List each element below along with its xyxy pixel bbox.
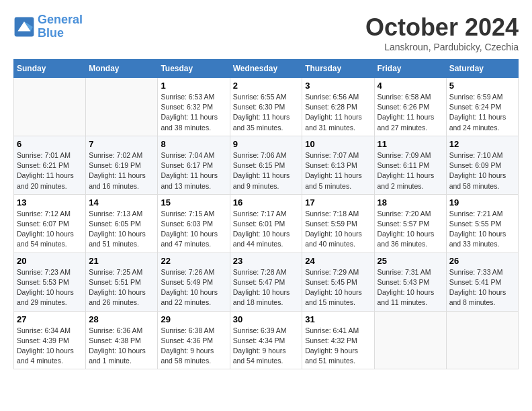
day-number: 11 — [378, 139, 443, 149]
day-number: 19 — [449, 197, 515, 208]
col-thursday: Thursday — [302, 60, 374, 78]
calendar-cell: 6Sunrise: 7:01 AM Sunset: 6:21 PM Daylig… — [14, 136, 86, 194]
day-number: 3 — [305, 81, 371, 91]
day-info: Sunrise: 7:33 AM Sunset: 5:41 PM Dayligh… — [449, 267, 515, 308]
day-info: Sunrise: 6:34 AM Sunset: 4:39 PM Dayligh… — [17, 326, 83, 367]
day-number: 20 — [17, 256, 83, 266]
calendar-cell: 10Sunrise: 7:07 AM Sunset: 6:13 PM Dayli… — [302, 136, 374, 194]
day-number: 9 — [233, 139, 300, 149]
day-number: 26 — [449, 256, 515, 266]
day-info: Sunrise: 6:55 AM Sunset: 6:30 PM Dayligh… — [233, 92, 300, 133]
day-number: 27 — [17, 314, 83, 324]
calendar-cell: 9Sunrise: 7:06 AM Sunset: 6:15 PM Daylig… — [230, 136, 302, 194]
calendar-cell: 29Sunrise: 6:38 AM Sunset: 4:36 PM Dayli… — [158, 311, 230, 369]
calendar-cell — [446, 311, 518, 369]
day-number: 29 — [161, 314, 226, 324]
day-number: 17 — [305, 197, 371, 208]
day-number: 2 — [233, 81, 300, 91]
day-number: 21 — [89, 256, 154, 266]
calendar-week-1: 1Sunrise: 6:53 AM Sunset: 6:32 PM Daylig… — [14, 78, 519, 136]
day-info: Sunrise: 7:10 AM Sunset: 6:09 PM Dayligh… — [449, 150, 515, 191]
col-monday: Monday — [86, 60, 158, 78]
calendar-cell — [374, 311, 446, 369]
day-number: 10 — [305, 139, 371, 149]
col-wednesday: Wednesday — [230, 60, 302, 78]
day-info: Sunrise: 7:02 AM Sunset: 6:19 PM Dayligh… — [89, 150, 154, 191]
calendar-cell: 26Sunrise: 7:33 AM Sunset: 5:41 PM Dayli… — [446, 253, 518, 311]
location: Lanskroun, Pardubicky, Czechia — [365, 42, 519, 52]
day-info: Sunrise: 7:25 AM Sunset: 5:51 PM Dayligh… — [89, 267, 154, 308]
logo-line2: Blue — [38, 26, 64, 40]
calendar-cell: 4Sunrise: 6:58 AM Sunset: 6:26 PM Daylig… — [374, 78, 446, 136]
day-number: 7 — [89, 139, 154, 149]
calendar-cell: 31Sunrise: 6:41 AM Sunset: 4:32 PM Dayli… — [302, 311, 374, 369]
logo-text: General Blue — [38, 13, 83, 40]
day-number: 23 — [233, 256, 300, 266]
day-info: Sunrise: 7:17 AM Sunset: 6:01 PM Dayligh… — [233, 209, 300, 250]
calendar-cell: 21Sunrise: 7:25 AM Sunset: 5:51 PM Dayli… — [86, 253, 158, 311]
calendar-header: Sunday Monday Tuesday Wednesday Thursday… — [14, 60, 519, 78]
day-info: Sunrise: 6:58 AM Sunset: 6:26 PM Dayligh… — [378, 92, 443, 133]
page-header: General Blue October 2024 Lanskroun, Par… — [13, 13, 519, 52]
day-info: Sunrise: 6:36 AM Sunset: 4:38 PM Dayligh… — [89, 326, 154, 367]
calendar-table: Sunday Monday Tuesday Wednesday Thursday… — [13, 59, 519, 369]
logo-line1: General — [38, 13, 83, 26]
day-number: 25 — [378, 256, 443, 266]
title-block: October 2024 Lanskroun, Pardubicky, Czec… — [365, 13, 519, 52]
day-info: Sunrise: 7:13 AM Sunset: 6:05 PM Dayligh… — [89, 209, 154, 250]
day-info: Sunrise: 7:20 AM Sunset: 5:57 PM Dayligh… — [378, 209, 443, 250]
month-title: October 2024 — [365, 13, 519, 42]
day-info: Sunrise: 6:59 AM Sunset: 6:24 PM Dayligh… — [449, 92, 515, 133]
calendar-cell: 5Sunrise: 6:59 AM Sunset: 6:24 PM Daylig… — [446, 78, 518, 136]
header-row: Sunday Monday Tuesday Wednesday Thursday… — [14, 60, 519, 78]
calendar-cell: 1Sunrise: 6:53 AM Sunset: 6:32 PM Daylig… — [158, 78, 230, 136]
day-info: Sunrise: 7:23 AM Sunset: 5:53 PM Dayligh… — [17, 267, 83, 308]
day-number: 8 — [161, 139, 226, 149]
calendar-cell: 7Sunrise: 7:02 AM Sunset: 6:19 PM Daylig… — [86, 136, 158, 194]
calendar-cell: 24Sunrise: 7:29 AM Sunset: 5:45 PM Dayli… — [302, 253, 374, 311]
day-info: Sunrise: 7:28 AM Sunset: 5:47 PM Dayligh… — [233, 267, 300, 308]
day-info: Sunrise: 7:09 AM Sunset: 6:11 PM Dayligh… — [378, 150, 443, 191]
calendar-cell: 3Sunrise: 6:56 AM Sunset: 6:28 PM Daylig… — [302, 78, 374, 136]
day-number: 28 — [89, 314, 154, 324]
calendar-week-4: 20Sunrise: 7:23 AM Sunset: 5:53 PM Dayli… — [14, 253, 519, 311]
day-info: Sunrise: 6:56 AM Sunset: 6:28 PM Dayligh… — [305, 92, 371, 133]
calendar-cell: 2Sunrise: 6:55 AM Sunset: 6:30 PM Daylig… — [230, 78, 302, 136]
calendar-cell: 13Sunrise: 7:12 AM Sunset: 6:07 PM Dayli… — [14, 194, 86, 253]
day-number: 13 — [17, 197, 83, 208]
day-info: Sunrise: 7:01 AM Sunset: 6:21 PM Dayligh… — [17, 150, 83, 191]
calendar-cell: 30Sunrise: 6:39 AM Sunset: 4:34 PM Dayli… — [230, 311, 302, 369]
logo-icon — [13, 16, 35, 38]
day-info: Sunrise: 7:26 AM Sunset: 5:49 PM Dayligh… — [161, 267, 226, 308]
calendar-cell: 18Sunrise: 7:20 AM Sunset: 5:57 PM Dayli… — [374, 194, 446, 253]
calendar-cell: 22Sunrise: 7:26 AM Sunset: 5:49 PM Dayli… — [158, 253, 230, 311]
calendar-cell — [86, 78, 158, 136]
day-info: Sunrise: 7:29 AM Sunset: 5:45 PM Dayligh… — [305, 267, 371, 308]
calendar-cell: 27Sunrise: 6:34 AM Sunset: 4:39 PM Dayli… — [14, 311, 86, 369]
calendar-cell: 25Sunrise: 7:31 AM Sunset: 5:43 PM Dayli… — [374, 253, 446, 311]
day-info: Sunrise: 7:15 AM Sunset: 6:03 PM Dayligh… — [161, 209, 226, 250]
day-info: Sunrise: 6:38 AM Sunset: 4:36 PM Dayligh… — [161, 326, 226, 367]
calendar-cell — [14, 78, 86, 136]
logo: General Blue — [13, 13, 83, 40]
day-info: Sunrise: 6:41 AM Sunset: 4:32 PM Dayligh… — [305, 326, 371, 367]
calendar-cell: 12Sunrise: 7:10 AM Sunset: 6:09 PM Dayli… — [446, 136, 518, 194]
day-number: 12 — [449, 139, 515, 149]
col-friday: Friday — [374, 60, 446, 78]
day-number: 1 — [161, 81, 226, 91]
day-info: Sunrise: 6:39 AM Sunset: 4:34 PM Dayligh… — [233, 326, 300, 367]
day-number: 15 — [161, 197, 226, 208]
calendar-cell: 20Sunrise: 7:23 AM Sunset: 5:53 PM Dayli… — [14, 253, 86, 311]
calendar-cell: 19Sunrise: 7:21 AM Sunset: 5:55 PM Dayli… — [446, 194, 518, 253]
day-number: 5 — [449, 81, 515, 91]
calendar-cell: 16Sunrise: 7:17 AM Sunset: 6:01 PM Dayli… — [230, 194, 302, 253]
day-info: Sunrise: 7:18 AM Sunset: 5:59 PM Dayligh… — [305, 209, 371, 250]
calendar-week-2: 6Sunrise: 7:01 AM Sunset: 6:21 PM Daylig… — [14, 136, 519, 194]
day-number: 30 — [233, 314, 300, 324]
calendar-cell: 8Sunrise: 7:04 AM Sunset: 6:17 PM Daylig… — [158, 136, 230, 194]
day-info: Sunrise: 7:31 AM Sunset: 5:43 PM Dayligh… — [378, 267, 443, 308]
day-number: 6 — [17, 139, 83, 149]
calendar-cell: 15Sunrise: 7:15 AM Sunset: 6:03 PM Dayli… — [158, 194, 230, 253]
col-saturday: Saturday — [446, 60, 518, 78]
calendar-body: 1Sunrise: 6:53 AM Sunset: 6:32 PM Daylig… — [14, 78, 519, 369]
